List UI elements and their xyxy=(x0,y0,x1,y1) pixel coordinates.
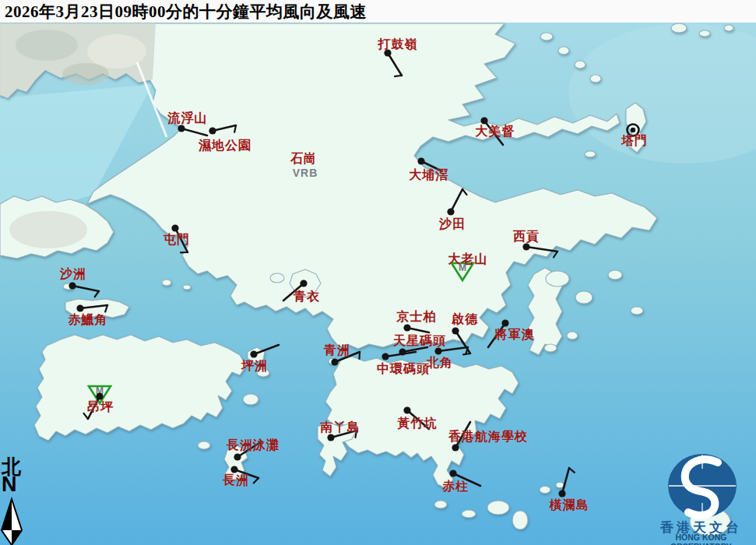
north-arrow-icon xyxy=(0,454,31,545)
station-label: 長洲泳灘 xyxy=(227,438,280,454)
station-dot xyxy=(76,304,83,311)
station-dot xyxy=(631,128,635,132)
wind-barb-stem xyxy=(72,286,99,291)
station-label: 大美督 xyxy=(476,124,515,140)
station-label: 濕地公園 xyxy=(199,138,251,154)
wind-barb-stem xyxy=(213,125,236,131)
wind-barb-stem xyxy=(181,128,207,135)
wind-barb-feather xyxy=(254,478,258,483)
compass: 北 N xyxy=(0,454,31,545)
station-dot xyxy=(452,327,459,334)
station-dot xyxy=(417,157,424,164)
station-label: 塔門 xyxy=(621,133,648,149)
wind-barb-stem xyxy=(562,468,569,494)
wind-barb-feather xyxy=(462,189,466,195)
title-bar: 2026年3月23日09時00分的十分鐘平均風向及風速 xyxy=(0,0,756,23)
wind-barb-stem xyxy=(455,331,470,353)
wind-barb-layer: MM xyxy=(0,0,756,545)
station-label: 中環碼頭 xyxy=(377,361,430,378)
wind-barb-stem xyxy=(254,345,279,354)
station-dot xyxy=(558,490,565,497)
page-title: 2026年3月23日09時00分的十分鐘平均風向及風速 xyxy=(0,1,367,23)
station-label: 沙田 xyxy=(439,216,466,233)
wind-barb-feather xyxy=(554,251,557,258)
station-label: 西貢 xyxy=(513,229,540,245)
station-dot xyxy=(403,324,410,331)
station-label: 長洲 xyxy=(223,473,249,489)
station-label: 京士柏 xyxy=(397,309,437,325)
station-dot xyxy=(171,224,178,231)
station-dot xyxy=(452,444,459,451)
wind-barb-feather xyxy=(95,291,99,297)
station-label: 坪洲 xyxy=(241,358,268,374)
station-label: 天星碼頭 xyxy=(393,333,446,350)
station-label: 啟德 xyxy=(452,311,478,328)
station-sublabel-vrb: VRB xyxy=(293,167,318,179)
wind-map-page: MM 打鼓嶺流浮山濕地公園石崗VRB大美督大埔滘沙田西貢大老山塔門屯門沙洲赤鱲角… xyxy=(0,0,756,545)
station-label: 赤鱲角 xyxy=(69,312,108,329)
station-label: 香港航海學校 xyxy=(448,429,528,445)
station-dot xyxy=(447,208,454,215)
station-dot xyxy=(382,353,389,360)
hko-logo-icon xyxy=(646,450,756,520)
station-label: 橫瀾島 xyxy=(550,498,589,514)
station-dot xyxy=(449,469,456,476)
station-dot xyxy=(403,406,410,413)
station-dot xyxy=(209,127,216,134)
station-dot xyxy=(69,282,76,289)
hko-logo: 香港天文台 HONG KONG OBSERVATORY xyxy=(646,450,756,545)
station-dot xyxy=(300,280,307,287)
wind-barb-stem xyxy=(526,247,557,251)
station-label: 沙洲 xyxy=(60,266,86,283)
station-label: 屯門 xyxy=(164,232,190,248)
station-label: 將軍澳 xyxy=(495,327,535,343)
station-label: 赤柱 xyxy=(442,479,469,495)
wind-barb-feather xyxy=(395,76,402,76)
station-label: 青洲 xyxy=(324,343,350,359)
station-label: 石崗 xyxy=(290,151,317,167)
wind-barb-feather xyxy=(569,468,575,473)
station-label: 大埔滘 xyxy=(410,167,449,184)
station-dot xyxy=(331,358,338,365)
station-label: 昂坪 xyxy=(87,399,114,416)
hko-name-en: HONG KONG OBSERVATORY xyxy=(646,533,756,545)
station-label: 打鼓嶺 xyxy=(378,37,418,53)
station-dot xyxy=(250,350,257,357)
station-label: 黃竹坑 xyxy=(398,416,438,432)
station-label: 南丫島 xyxy=(321,420,360,436)
station-label: 青衣 xyxy=(294,289,320,305)
wind-barb-stem xyxy=(80,305,107,308)
station-dot xyxy=(501,319,508,326)
wind-barb-stem xyxy=(451,189,462,212)
station-label: 北角 xyxy=(427,355,453,371)
station-label: 大老山 xyxy=(448,251,488,268)
station-label: 流浮山 xyxy=(168,111,208,127)
wind-barb-stem xyxy=(388,53,402,76)
station-dot xyxy=(234,453,241,460)
